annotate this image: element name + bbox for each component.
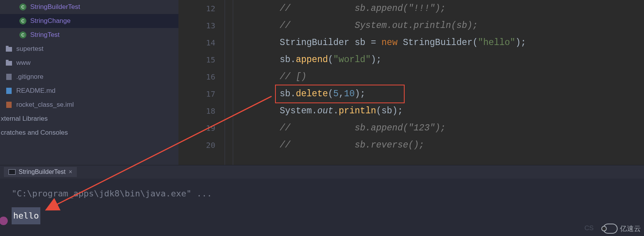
markdown-icon [5, 87, 12, 94]
tree-item-label: xternal Libraries [1, 115, 48, 123]
line-number: 19 [178, 120, 215, 137]
class-icon: C [19, 3, 26, 10]
tree-item-label: www [16, 59, 31, 67]
iml-icon [5, 101, 12, 108]
tree-item--gitignore[interactable]: .gitignore [0, 70, 178, 84]
tree-item-label: supertest [16, 45, 43, 53]
tree-item-stringbuildertest[interactable]: CStringBuilderTest [0, 0, 178, 14]
run-tab[interactable]: StringBuilderTest × [4, 167, 77, 177]
fold-gutter[interactable] [225, 0, 233, 165]
tree-item-label: StringBuilderTest [30, 3, 80, 11]
tree-item-label: README.md [16, 87, 55, 95]
code-line-20[interactable]: // sb.reverse(); [249, 137, 644, 154]
tree-item-www[interactable]: www [0, 56, 178, 70]
code-line-17[interactable]: sb.delete(5,10); [249, 85, 644, 102]
code-editor[interactable]: 121314151617181920 // sb.append("!!!");/… [178, 0, 644, 165]
line-number: 13 [178, 17, 215, 34]
tree-item-cratches-and-consoles[interactable]: cratches and Consoles [0, 126, 178, 140]
tree-item-label: StringChange [30, 17, 71, 25]
tree-item-supertest[interactable]: supertest [0, 42, 178, 56]
code-line-16[interactable]: // [) [249, 68, 644, 85]
run-panel: StringBuilderTest × "C:\program_apps\jdk… [0, 165, 644, 236]
line-number: 18 [178, 102, 215, 120]
line-gutter: 121314151617181920 [178, 0, 225, 165]
tree-item-readme-md[interactable]: README.md [0, 84, 178, 98]
watermark-cs: CS [584, 224, 594, 232]
line-number: 20 [178, 137, 215, 154]
tree-item-stringtest[interactable]: CStringTest [0, 28, 178, 42]
tree-item-xternal-libraries[interactable]: xternal Libraries [0, 112, 178, 126]
line-number: 12 [178, 0, 215, 17]
code-line-13[interactable]: // System.out.println(sb); [249, 17, 644, 34]
class-icon: C [19, 31, 26, 38]
code-line-14[interactable]: StringBuilder sb = new StringBuilder("he… [249, 34, 644, 51]
watermark-text: 亿速云 [620, 224, 641, 233]
run-tab-label: StringBuilderTest [19, 168, 66, 175]
terminal-icon [9, 169, 16, 175]
cloud-icon [603, 224, 618, 234]
code-area[interactable]: // sb.append("!!!");// System.out.printl… [233, 0, 644, 165]
tree-item-label: cratches and Consoles [1, 129, 68, 137]
line-number: 15 [178, 51, 215, 68]
line-number: 17 [178, 85, 215, 102]
code-line-19[interactable]: // sb.append("123"); [249, 120, 644, 137]
project-tree[interactable]: CStringBuilderTestCStringChangeCStringTe… [0, 0, 178, 165]
code-line-15[interactable]: sb.append("world"); [249, 51, 644, 68]
run-tabs: StringBuilderTest × [0, 165, 644, 179]
folder-icon [5, 59, 12, 66]
folder-icon [5, 45, 12, 52]
tree-item-label: .gitignore [16, 73, 43, 81]
tree-item-label: StringTest [30, 31, 60, 39]
class-icon: C [19, 17, 26, 24]
console-command: "C:\program_apps\jdk8\bin\java.exe" ... [12, 186, 632, 202]
file-icon [5, 73, 12, 80]
tree-item-stringchange[interactable]: CStringChange [0, 14, 178, 28]
code-line-18[interactable]: System.out.println(sb); [249, 102, 644, 120]
console-side-button[interactable] [0, 217, 8, 225]
code-line-12[interactable]: // sb.append("!!!"); [249, 0, 644, 17]
watermark: 亿速云 [603, 224, 641, 234]
console-output[interactable]: "C:\program_apps\jdk8\bin\java.exe" ... … [0, 179, 644, 236]
line-number: 14 [178, 34, 215, 51]
tree-item-rocket-class-se-iml[interactable]: rocket_class_se.iml [0, 98, 178, 112]
close-icon[interactable]: × [69, 168, 72, 175]
console-stdout: hello [12, 207, 40, 224]
tree-item-label: rocket_class_se.iml [16, 101, 74, 109]
line-number: 16 [178, 68, 215, 85]
